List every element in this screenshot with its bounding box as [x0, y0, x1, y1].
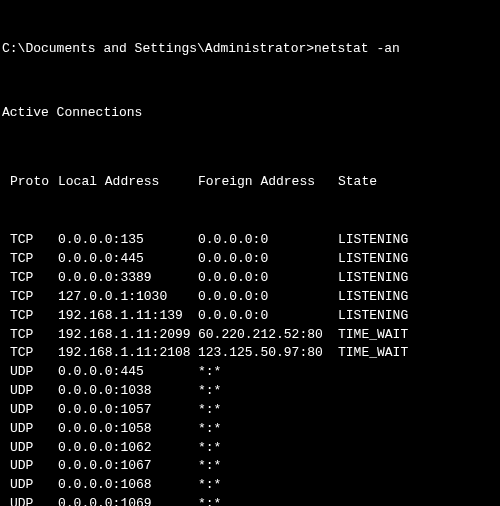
cell-local: 0.0.0.0:3389 — [58, 269, 198, 288]
terminal-output[interactable]: C:\Documents and Settings\Administrator>… — [0, 0, 500, 506]
cell-foreign: *:* — [198, 439, 338, 458]
cell-foreign: *:* — [198, 476, 338, 495]
col-proto: Proto — [2, 173, 58, 192]
cell-proto: TCP — [2, 269, 58, 288]
cell-local: 0.0.0.0:1068 — [58, 476, 198, 495]
table-row: UDP0.0.0.0:1068*:* — [2, 476, 498, 495]
cell-state: LISTENING — [338, 307, 498, 326]
cell-local: 0.0.0.0:1062 — [58, 439, 198, 458]
cell-state: LISTENING — [338, 288, 498, 307]
cell-state — [338, 363, 498, 382]
table-row: TCP192.168.1.11:1390.0.0.0:0LISTENING — [2, 307, 498, 326]
cell-proto: TCP — [2, 326, 58, 345]
cell-state: LISTENING — [338, 231, 498, 250]
cell-proto: TCP — [2, 250, 58, 269]
cell-proto: TCP — [2, 344, 58, 363]
cell-state: LISTENING — [338, 269, 498, 288]
cell-local: 0.0.0.0:1038 — [58, 382, 198, 401]
cell-proto: UDP — [2, 401, 58, 420]
table-row: UDP0.0.0.0:445*:* — [2, 363, 498, 382]
output-header: Active Connections — [2, 104, 498, 123]
cell-local: 0.0.0.0:445 — [58, 250, 198, 269]
cell-state — [338, 476, 498, 495]
cell-foreign: 60.220.212.52:80 — [198, 326, 338, 345]
cell-local: 127.0.0.1:1030 — [58, 288, 198, 307]
table-row: UDP0.0.0.0:1069*:* — [2, 495, 498, 506]
cell-foreign: 0.0.0.0:0 — [198, 269, 338, 288]
cell-state: TIME_WAIT — [338, 344, 498, 363]
column-headers: Proto Local Address Foreign Address Stat… — [2, 173, 498, 192]
cell-proto: UDP — [2, 457, 58, 476]
col-foreign: Foreign Address — [198, 173, 338, 192]
cell-state — [338, 401, 498, 420]
table-row: TCP192.168.1.11:209960.220.212.52:80TIME… — [2, 326, 498, 345]
cell-local: 0.0.0.0:445 — [58, 363, 198, 382]
cell-foreign: *:* — [198, 420, 338, 439]
cell-state — [338, 457, 498, 476]
cell-state: LISTENING — [338, 250, 498, 269]
table-row: UDP0.0.0.0:1062*:* — [2, 439, 498, 458]
rows-container: TCP0.0.0.0:1350.0.0.0:0LISTENINGTCP0.0.0… — [2, 231, 498, 506]
table-row: TCP0.0.0.0:33890.0.0.0:0LISTENING — [2, 269, 498, 288]
cell-foreign: 0.0.0.0:0 — [198, 231, 338, 250]
cell-state: TIME_WAIT — [338, 326, 498, 345]
col-state: State — [338, 173, 498, 192]
table-row: UDP0.0.0.0:1067*:* — [2, 457, 498, 476]
cell-foreign: 0.0.0.0:0 — [198, 250, 338, 269]
cell-state — [338, 420, 498, 439]
cell-local: 192.168.1.11:2099 — [58, 326, 198, 345]
table-row: UDP0.0.0.0:1057*:* — [2, 401, 498, 420]
cell-foreign: *:* — [198, 382, 338, 401]
table-row: TCP192.168.1.11:2108123.125.50.97:80TIME… — [2, 344, 498, 363]
cell-foreign: *:* — [198, 401, 338, 420]
table-row: TCP127.0.0.1:10300.0.0.0:0LISTENING — [2, 288, 498, 307]
cell-proto: TCP — [2, 307, 58, 326]
col-local: Local Address — [58, 173, 198, 192]
command-prompt-line: C:\Documents and Settings\Administrator>… — [2, 40, 498, 59]
cell-state — [338, 382, 498, 401]
cell-state — [338, 439, 498, 458]
cell-foreign: 0.0.0.0:0 — [198, 307, 338, 326]
cell-proto: UDP — [2, 420, 58, 439]
cell-local: 0.0.0.0:135 — [58, 231, 198, 250]
table-row: UDP0.0.0.0:1038*:* — [2, 382, 498, 401]
table-row: UDP0.0.0.0:1058*:* — [2, 420, 498, 439]
cell-proto: TCP — [2, 288, 58, 307]
cell-proto: UDP — [2, 363, 58, 382]
cell-foreign: *:* — [198, 495, 338, 506]
cell-proto: UDP — [2, 439, 58, 458]
table-row: TCP0.0.0.0:4450.0.0.0:0LISTENING — [2, 250, 498, 269]
cell-proto: TCP — [2, 231, 58, 250]
cell-local: 0.0.0.0:1067 — [58, 457, 198, 476]
cell-foreign: 123.125.50.97:80 — [198, 344, 338, 363]
cell-foreign: *:* — [198, 363, 338, 382]
cell-local: 0.0.0.0:1057 — [58, 401, 198, 420]
cell-foreign: *:* — [198, 457, 338, 476]
cell-local: 192.168.1.11:139 — [58, 307, 198, 326]
cell-state — [338, 495, 498, 506]
table-row: TCP0.0.0.0:1350.0.0.0:0LISTENING — [2, 231, 498, 250]
cell-proto: UDP — [2, 382, 58, 401]
cell-local: 0.0.0.0:1069 — [58, 495, 198, 506]
cell-local: 192.168.1.11:2108 — [58, 344, 198, 363]
cell-foreign: 0.0.0.0:0 — [198, 288, 338, 307]
cell-local: 0.0.0.0:1058 — [58, 420, 198, 439]
cell-proto: UDP — [2, 495, 58, 506]
cell-proto: UDP — [2, 476, 58, 495]
